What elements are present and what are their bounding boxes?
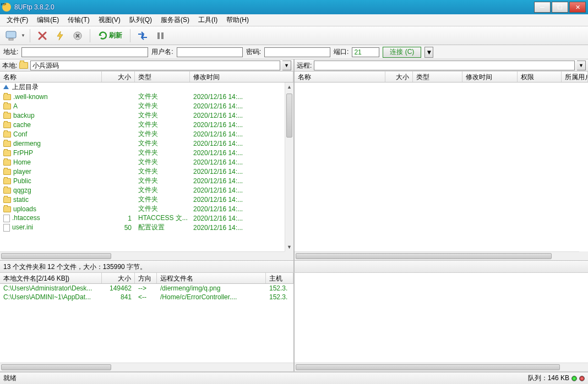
folder-icon	[3, 197, 11, 203]
qcol-local[interactable]: 本地文件名[2/146 KB])	[0, 273, 102, 283]
remote-path-dropdown[interactable]: ▼	[577, 61, 586, 70]
toolbar: ▼ 刷新	[0, 26, 588, 45]
log-hscroll[interactable]	[295, 363, 588, 371]
menubar: 文件(F) 编辑(E) 传输(T) 视图(V) 队列(Q) 服务器(S) 工具(…	[0, 14, 588, 26]
status-queue: 队列：146 KB	[528, 374, 569, 383]
list-item[interactable]: .well-known文件夹2020/12/16 14:...	[0, 92, 285, 101]
col-mtime[interactable]: 修改时间	[190, 72, 293, 82]
minimize-button[interactable]: ─	[534, 2, 551, 13]
local-vscroll[interactable]: ▲▼	[285, 83, 293, 251]
svg-rect-3	[157, 32, 160, 39]
close-button[interactable]: ✕	[569, 2, 586, 13]
menu-view[interactable]: 视图(V)	[94, 14, 125, 26]
menu-edit[interactable]: 编辑(E)	[32, 14, 63, 26]
folder-icon	[19, 62, 28, 69]
remote-path-input[interactable]	[314, 61, 575, 70]
folder-icon	[3, 103, 11, 109]
col-name[interactable]: 名称	[295, 72, 385, 82]
quickconnect-button[interactable]	[52, 29, 68, 43]
menu-transfer[interactable]: 传输(T)	[63, 14, 94, 26]
menu-queue[interactable]: 队列(Q)	[125, 14, 156, 26]
folder-icon	[3, 150, 11, 156]
list-item[interactable]: A文件夹2020/12/16 14:...	[0, 101, 285, 111]
folder-icon	[3, 141, 11, 147]
port-input[interactable]	[352, 47, 379, 57]
sitemanager-button[interactable]	[3, 29, 19, 43]
menu-server[interactable]: 服务器(S)	[156, 14, 194, 26]
menu-tools[interactable]: 工具(I)	[194, 14, 222, 26]
remote-list-header: 名称 大小 类型 修改时间 权限 所属用户	[295, 72, 588, 83]
remote-hscroll[interactable]	[295, 251, 579, 260]
list-item[interactable]: Conf文件夹2020/12/16 14:...	[0, 129, 285, 139]
folder-icon	[3, 122, 11, 128]
connect-history-dropdown[interactable]: ▼	[424, 47, 433, 58]
list-item[interactable]: Home文件夹2020/12/16 14:...	[0, 157, 285, 167]
col-mtime[interactable]: 修改时间	[462, 72, 518, 82]
qcol-host[interactable]: 主机	[266, 273, 293, 283]
lightning-icon	[55, 31, 65, 41]
col-name[interactable]: 名称	[0, 72, 102, 82]
local-pathbar: 本地: 小兵源码 ▼	[0, 59, 293, 72]
local-path-input[interactable]: 小兵源码	[30, 61, 280, 70]
addr-input[interactable]	[21, 47, 148, 57]
list-item[interactable]: uploads文件夹2020/12/16 14:...	[0, 204, 285, 213]
qcol-dir[interactable]: 方向	[135, 273, 157, 283]
list-item[interactable]: FrPHP文件夹2020/12/16 14:...	[0, 148, 285, 157]
list-item[interactable]: user.ini50配置设置2020/12/16 14:...	[0, 223, 285, 232]
user-input[interactable]	[177, 47, 243, 57]
remote-status	[295, 260, 588, 272]
col-size[interactable]: 大小	[102, 72, 135, 82]
led-red-icon	[579, 376, 585, 381]
refresh-button[interactable]: 刷新	[95, 29, 126, 43]
folder-icon	[3, 131, 11, 138]
queue-item[interactable]: C:\Users\Administrator\Desk...149462-->/…	[0, 284, 293, 293]
queue-item[interactable]: C:\Users\ADMINI~1\AppDat...841<--/Home/c…	[0, 293, 293, 301]
window-title: 8UFtp 3.8.2.0	[14, 3, 533, 11]
svg-rect-1	[9, 39, 13, 40]
menu-help[interactable]: 帮助(H)	[222, 14, 253, 26]
queue-hscroll[interactable]	[0, 363, 293, 371]
parent-dir-row[interactable]: 上层目录	[0, 83, 285, 92]
transfer-icon	[137, 31, 148, 41]
cancel-button[interactable]	[70, 29, 85, 43]
file-icon	[3, 224, 10, 232]
col-type[interactable]: 类型	[413, 72, 462, 82]
list-item[interactable]: diermeng文件夹2020/12/16 14:...	[0, 139, 285, 148]
user-label: 用户名:	[151, 47, 173, 57]
local-path-text: 小兵源码	[32, 61, 59, 70]
col-owner[interactable]: 所属用户	[562, 72, 588, 82]
menu-file[interactable]: 文件(F)	[2, 14, 32, 26]
list-item[interactable]: qqgzg文件夹2020/12/16 14:...	[0, 185, 285, 195]
qcol-remote[interactable]: 远程文件名	[157, 273, 266, 283]
list-item[interactable]: Public文件夹2020/12/16 14:...	[0, 176, 285, 185]
col-perm[interactable]: 权限	[518, 72, 562, 82]
transfer-mode-button[interactable]	[135, 29, 150, 43]
local-hscroll[interactable]	[0, 251, 285, 260]
list-item[interactable]: player文件夹2020/12/16 14:...	[0, 167, 285, 176]
remote-pane: 远程: ▼ 名称 大小 类型 修改时间 权限 所属用户	[294, 59, 588, 272]
queue-header: 本地文件名[2/146 KB]) 大小 方向 远程文件名 主机	[0, 273, 293, 284]
list-item[interactable]: cache文件夹2020/12/16 14:...	[0, 120, 285, 129]
list-item[interactable]: static文件夹2020/12/16 14:...	[0, 195, 285, 204]
pass-label: 密码:	[246, 47, 261, 57]
qcol-size[interactable]: 大小	[102, 273, 135, 283]
remote-pathbar: 远程: ▼	[295, 59, 588, 72]
refresh-icon	[98, 31, 108, 41]
queue-panel: 本地文件名[2/146 KB]) 大小 方向 远程文件名 主机 C:\Users…	[0, 273, 588, 372]
col-size[interactable]: 大小	[385, 72, 413, 82]
pause-button[interactable]	[153, 29, 168, 43]
col-type[interactable]: 类型	[135, 72, 190, 82]
pass-input[interactable]	[264, 47, 330, 57]
local-path-dropdown[interactable]: ▼	[282, 61, 291, 70]
disconnect-button[interactable]	[35, 29, 50, 43]
status-ready: 就绪	[3, 374, 17, 383]
up-arrow-icon	[3, 85, 9, 89]
local-list-header: 名称 大小 类型 修改时间	[0, 72, 293, 83]
led-green-icon	[571, 376, 577, 381]
monitor-icon	[6, 31, 17, 41]
connect-button[interactable]: 连接 (C)	[383, 47, 421, 58]
maximize-button[interactable]: ☐	[552, 2, 568, 13]
list-item[interactable]: .htaccess1HTACCESS 文...2020/12/16 14:...	[0, 213, 285, 223]
local-list-body: 上层目录.well-known文件夹2020/12/16 14:...A文件夹2…	[0, 83, 293, 260]
list-item[interactable]: backup文件夹2020/12/16 14:...	[0, 111, 285, 120]
